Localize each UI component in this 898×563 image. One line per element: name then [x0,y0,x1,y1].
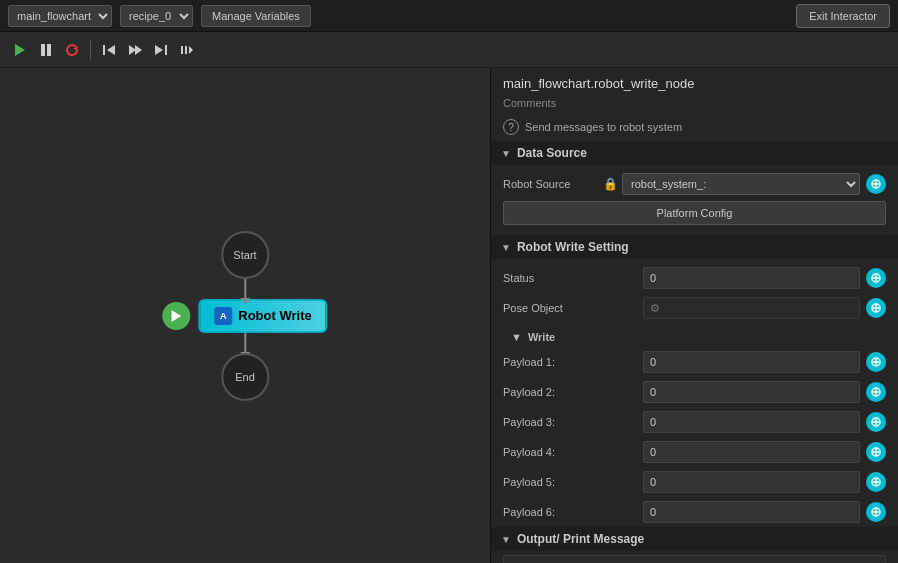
status-link-button[interactable] [866,268,886,288]
payload-5-link-button[interactable] [866,472,886,492]
manage-variables-button[interactable]: Manage Variables [201,5,311,27]
play-button[interactable] [10,40,30,60]
recipe-select[interactable]: recipe_0 [120,5,193,27]
svg-marker-4 [107,45,115,55]
payload-2-link-button[interactable] [866,382,886,402]
robot-source-row: Robot Source 🔒 robot_system_: [491,169,898,199]
data-source-section-header[interactable]: ▼ Data Source [491,141,898,165]
payload-5-row: Payload 5: [491,467,898,497]
pose-object-link-button[interactable] [866,298,886,318]
robot-source-select[interactable]: robot_system_: [622,173,860,195]
svg-marker-7 [155,45,163,55]
payload-4-label: Payload 4: [503,446,643,458]
svg-rect-10 [185,46,187,54]
payload-3-input[interactable] [643,411,860,433]
robot-write-setting-label: Robot Write Setting [517,240,629,254]
write-arrow-icon: ▼ [511,331,522,343]
step-forward-button[interactable] [151,40,171,60]
payload-4-row: Payload 4: [491,437,898,467]
end-node: End [221,353,269,401]
payload-2-row: Payload 2: [491,377,898,407]
payload-4-link-button[interactable] [866,442,886,462]
robot-write-setting-section-header[interactable]: ▼ Robot Write Setting [491,235,898,259]
svg-rect-3 [103,45,105,55]
toolbar [0,32,898,68]
pose-object-value: ⚙ [643,297,860,319]
platform-config-button[interactable]: Platform Config [503,201,886,225]
payload-6-row: Payload 6: [491,497,898,527]
robot-write-row: A Robot Write [162,299,327,333]
right-panel: main_flowchart.robot_write_node Comments… [490,68,898,563]
panel-title: main_flowchart.robot_write_node [491,68,898,95]
payload-2-input[interactable] [643,381,860,403]
step-back-button[interactable] [99,40,119,60]
payload-1-row: Payload 1: [491,347,898,377]
flowchart-select[interactable]: main_flowchart [8,5,112,27]
payload-3-row: Payload 3: [491,407,898,437]
robot-source-label: Robot Source [503,178,603,190]
payload-3-link-button[interactable] [866,412,886,432]
robot-write-node[interactable]: A Robot Write [198,299,327,333]
status-row: Status [491,263,898,293]
pose-object-label: Pose Object [503,302,643,314]
robot-write-setting-content: Status Pose Object ⚙ [491,259,898,327]
svg-marker-11 [189,46,193,54]
payload-6-label: Payload 6: [503,506,643,518]
start-label: Start [233,249,256,261]
help-row: ? Send messages to robot system [491,115,898,141]
fast-forward-button[interactable] [125,40,145,60]
svg-marker-6 [135,45,142,55]
node-play-button[interactable] [162,302,190,330]
robot-write-node-label: Robot Write [238,308,311,323]
refresh-button[interactable] [62,40,82,60]
toolbar-divider [90,40,91,60]
exit-interactor-button[interactable]: Exit Interactor [796,4,890,28]
help-icon[interactable]: ? [503,119,519,135]
status-label: Status [503,272,643,284]
robot-write-node-icon: A [214,307,232,325]
data-source-content: Robot Source 🔒 robot_system_: Platform C… [491,165,898,235]
write-label: Write [528,331,555,343]
svg-marker-5 [129,45,136,55]
data-source-label: Data Source [517,146,587,160]
output-content [503,555,886,563]
svg-marker-0 [15,44,25,56]
arrow-robot-to-end [244,333,246,353]
payload-3-label: Payload 3: [503,416,643,428]
svg-rect-2 [47,44,51,56]
payload-6-input[interactable] [643,501,860,523]
payload-1-label: Payload 1: [503,356,643,368]
payload-4-input[interactable] [643,441,860,463]
output-arrow-icon: ▼ [501,534,511,545]
start-node: Start [221,231,269,279]
canvas-area: Start A Robot Write End [0,68,490,563]
payload-1-link-button[interactable] [866,352,886,372]
status-input[interactable] [643,267,860,289]
flow-container: Start A Robot Write End [162,231,327,401]
end-label: End [235,371,255,383]
data-source-arrow-icon: ▼ [501,148,511,159]
payload-1-input[interactable] [643,351,860,373]
robot-source-link-button[interactable] [866,174,886,194]
robot-write-setting-arrow-icon: ▼ [501,242,511,253]
payload-rows: Payload 1: Payload 2: Payload 3: [491,347,898,527]
help-text: Send messages to robot system [525,121,682,133]
svg-rect-1 [41,44,45,56]
payload-2-label: Payload 2: [503,386,643,398]
svg-rect-9 [181,46,183,54]
main-content: Start A Robot Write End [0,68,898,563]
payload-5-label: Payload 5: [503,476,643,488]
payload-6-link-button[interactable] [866,502,886,522]
payload-5-input[interactable] [643,471,860,493]
output-label: Output/ Print Message [517,532,644,546]
arrow-start-to-robot [244,279,246,299]
output-section-header[interactable]: ▼ Output/ Print Message [491,527,898,551]
panel-comments-label: Comments [491,95,898,115]
pose-object-row: Pose Object ⚙ [491,293,898,323]
pause-button[interactable] [36,40,56,60]
svg-marker-12 [171,310,181,322]
record-button[interactable] [177,40,197,60]
lock-icon: 🔒 [603,177,618,191]
write-subsection-header[interactable]: ▼ Write [491,327,898,347]
svg-rect-8 [165,45,167,55]
